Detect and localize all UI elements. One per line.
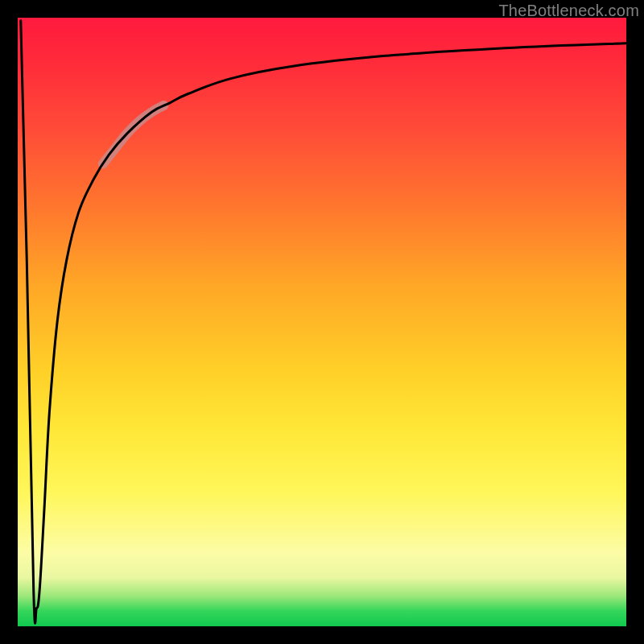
bottleneck-curve xyxy=(21,21,626,623)
attribution-text: TheBottleneck.com xyxy=(498,2,639,20)
curve-layer xyxy=(18,18,626,626)
plot-area xyxy=(18,18,626,626)
highlight-segment xyxy=(103,105,164,164)
chart-frame: TheBottleneck.com xyxy=(0,0,644,644)
